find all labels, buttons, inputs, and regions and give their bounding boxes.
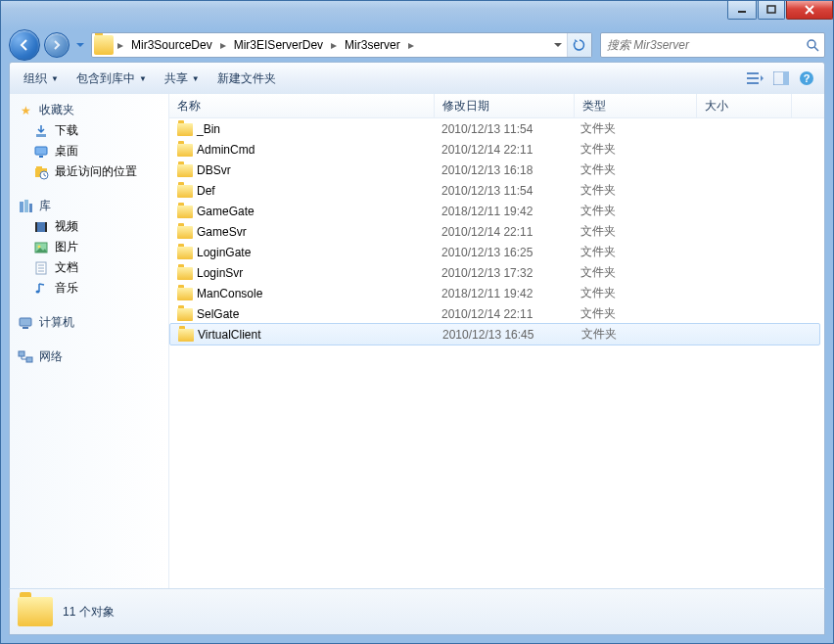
explorer-window: ▸ Mir3SourceDev ▸ Mir3EIServerDev ▸ Mir3… — [0, 0, 834, 644]
chevron-down-icon: ▼ — [139, 74, 147, 83]
share-button[interactable]: 共享▼ — [157, 67, 208, 91]
network-icon — [18, 349, 33, 365]
history-dropdown[interactable] — [73, 33, 87, 57]
include-in-library-button[interactable]: 包含到库中▼ — [69, 67, 155, 91]
sidebar-item-label: 最近访问的位置 — [55, 163, 137, 180]
music-icon — [33, 281, 49, 297]
titlebar[interactable] — [1, 1, 833, 28]
preview-pane-button[interactable] — [769, 67, 793, 90]
svg-rect-19 — [29, 204, 32, 212]
forward-button[interactable] — [44, 32, 70, 58]
crumb-2[interactable]: Mir3server — [339, 38, 406, 52]
minimize-button[interactable] — [727, 1, 757, 20]
file-row[interactable]: ManConsole2018/12/11 19:42文件夹 — [169, 283, 824, 303]
address-dropdown[interactable] — [548, 33, 567, 57]
address-bar[interactable]: ▸ Mir3SourceDev ▸ Mir3EIServerDev ▸ Mir3… — [91, 32, 592, 58]
sidebar-item[interactable]: 视频 — [10, 216, 168, 237]
sidebar-item[interactable]: 音乐 — [10, 278, 168, 299]
file-name: _Bin — [197, 122, 220, 136]
sidebar-item[interactable]: 图片 — [10, 237, 168, 257]
chevron-right-icon[interactable]: ▸ — [116, 38, 125, 52]
folder-icon — [178, 329, 194, 342]
folder-icon — [177, 206, 193, 218]
col-name[interactable]: 名称 — [169, 94, 435, 117]
file-date: 2010/12/13 11:54 — [434, 122, 573, 136]
file-name: DBSvr — [197, 163, 231, 177]
sidebar-item-label: 视频 — [55, 218, 78, 235]
file-date: 2010/12/13 16:18 — [434, 163, 573, 177]
folder-icon — [177, 185, 193, 198]
file-date: 2010/12/13 11:54 — [434, 184, 573, 198]
close-button[interactable] — [786, 1, 833, 20]
file-row[interactable]: VirtualClient2010/12/13 16:45文件夹 — [169, 323, 820, 345]
file-row[interactable]: _Bin2010/12/13 11:54文件夹 — [169, 118, 824, 139]
folder-icon — [177, 288, 193, 300]
file-date: 2010/12/13 17:32 — [434, 266, 573, 280]
search-box[interactable] — [600, 32, 825, 58]
file-row[interactable]: DBSvr2010/12/13 16:18文件夹 — [169, 160, 824, 180]
file-name: LoginSvr — [197, 266, 243, 280]
nav-pane[interactable]: ★收藏夹 下载桌面最近访问的位置 库 视频图片文档音乐 计算机 网络 — [10, 94, 169, 588]
sidebar-item[interactable]: 最近访问的位置 — [10, 161, 168, 182]
file-row[interactable]: LoginSvr2010/12/13 17:32文件夹 — [169, 262, 824, 283]
svg-line-3 — [814, 47, 818, 51]
refresh-button[interactable] — [567, 33, 591, 57]
svg-rect-8 — [783, 71, 789, 85]
help-button[interactable]: ? — [795, 67, 818, 90]
rows[interactable]: _Bin2010/12/13 11:54文件夹AdminCmd2010/12/1… — [169, 118, 824, 588]
chevron-right-icon[interactable]: ▸ — [218, 38, 228, 52]
folder-icon — [94, 35, 114, 55]
svg-rect-18 — [24, 200, 28, 212]
picture-icon — [33, 240, 49, 255]
file-date: 2010/12/14 22:11 — [434, 307, 573, 321]
sidebar-item-label: 图片 — [55, 239, 78, 255]
file-row[interactable]: SelGate2010/12/14 22:11文件夹 — [169, 303, 824, 324]
file-row[interactable]: LoginGate2010/12/13 16:25文件夹 — [169, 242, 824, 262]
file-row[interactable]: Def2010/12/13 11:54文件夹 — [169, 180, 824, 201]
toolbar: 组织▼ 包含到库中▼ 共享▼ 新建文件夹 ? — [9, 62, 825, 95]
svg-rect-12 — [35, 147, 47, 155]
column-headers[interactable]: 名称 修改日期 类型 大小 — [169, 94, 824, 118]
document-icon — [33, 260, 49, 276]
view-options-button[interactable] — [744, 67, 767, 90]
file-name: SelGate — [197, 307, 239, 321]
search-icon[interactable] — [801, 38, 824, 52]
svg-text:?: ? — [804, 72, 811, 84]
favorites-header[interactable]: ★收藏夹 — [10, 100, 168, 120]
new-folder-button[interactable]: 新建文件夹 — [209, 67, 284, 91]
breadcrumb[interactable]: ▸ Mir3SourceDev ▸ Mir3EIServerDev ▸ Mir3… — [116, 33, 416, 57]
sidebar-item[interactable]: 桌面 — [10, 141, 168, 161]
col-size[interactable]: 大小 — [697, 94, 792, 117]
back-button[interactable] — [9, 29, 40, 61]
col-date[interactable]: 修改日期 — [435, 94, 575, 117]
svg-rect-15 — [36, 166, 42, 169]
file-row[interactable]: AdminCmd2010/12/14 22:11文件夹 — [169, 139, 824, 160]
search-input[interactable] — [601, 38, 801, 52]
chevron-right-icon[interactable]: ▸ — [329, 38, 339, 52]
file-row[interactable]: GameSvr2010/12/14 22:11文件夹 — [169, 221, 824, 242]
sidebar-item[interactable]: 下载 — [10, 120, 168, 141]
file-name: GameSvr — [197, 225, 247, 239]
network-header[interactable]: 网络 — [10, 346, 168, 367]
crumb-1[interactable]: Mir3EIServerDev — [228, 38, 329, 52]
computer-header[interactable]: 计算机 — [10, 312, 168, 333]
file-name: LoginGate — [197, 246, 251, 259]
svg-rect-11 — [36, 134, 46, 137]
file-name: AdminCmd — [197, 143, 255, 157]
chevron-right-icon[interactable]: ▸ — [406, 38, 416, 52]
file-row[interactable]: GameGate2018/12/11 19:42文件夹 — [169, 201, 824, 221]
col-type[interactable]: 类型 — [575, 94, 697, 117]
libraries-header[interactable]: 库 — [10, 196, 168, 216]
folder-icon — [177, 123, 193, 136]
maximize-button[interactable] — [758, 1, 785, 20]
file-date: 2010/12/13 16:45 — [435, 328, 574, 342]
crumb-0[interactable]: Mir3SourceDev — [125, 38, 218, 52]
file-type: 文件夹 — [573, 305, 694, 322]
svg-rect-13 — [39, 156, 43, 158]
sidebar-item[interactable]: 文档 — [10, 257, 168, 278]
file-name: GameGate — [197, 205, 255, 218]
file-type: 文件夹 — [573, 120, 694, 137]
star-icon: ★ — [18, 103, 33, 118]
organize-button[interactable]: 组织▼ — [16, 67, 67, 91]
file-type: 文件夹 — [573, 141, 694, 158]
